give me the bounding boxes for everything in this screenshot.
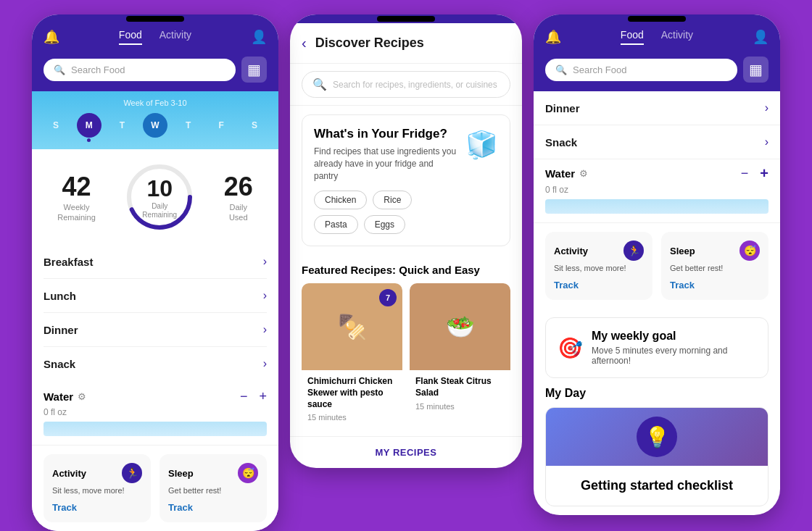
activity-tab-1[interactable]: Activity	[160, 29, 191, 45]
barcode-icon-3[interactable]: ▦	[743, 57, 768, 83]
snack-row-3[interactable]: Snack ›	[534, 125, 780, 159]
sleep-card-header-1: Sleep 😴	[168, 463, 258, 483]
pill-eggs-2[interactable]: Eggs	[364, 215, 405, 234]
pill-chicken-2[interactable]: Chicken	[314, 191, 367, 209]
water-minus-btn-3[interactable]: −	[741, 166, 749, 181]
day-tue-1[interactable]: T	[109, 113, 134, 138]
checklist-card-3[interactable]: 💡 Getting started checklist	[545, 407, 768, 506]
used-number-1: 26	[224, 172, 253, 202]
day-mon-1[interactable]: M	[77, 113, 102, 138]
recipe-search-icon-2: 🔍	[312, 78, 327, 91]
pill-pasta-2[interactable]: Pasta	[314, 215, 358, 234]
lunch-label-1: Lunch	[44, 290, 76, 302]
activity-track-btn-1[interactable]: Track	[52, 502, 77, 513]
recipe-card-flank-2[interactable]: 🥗 Flank Steak Citrus Salad 15 minutes	[410, 283, 510, 427]
day-fri-1[interactable]: F	[209, 113, 233, 138]
checklist-body-3: Getting started checklist	[546, 466, 768, 506]
activity-card-header-1: Activity 🏃	[52, 463, 142, 483]
search-bar-3: 🔍 Search Food ▦	[534, 51, 780, 91]
search-icon-3: 🔍	[555, 64, 567, 75]
sleep-card-title-3: Sleep	[670, 246, 695, 256]
water-minus-btn-1[interactable]: −	[240, 389, 248, 404]
phone-1: 🔔 Food Activity 👤 🔍 Search Food ▦ Week o…	[32, 14, 278, 531]
fridge-card-2[interactable]: What's in Your Fridge? Find recipes that…	[302, 114, 510, 246]
water-gear-icon-1[interactable]: ⚙	[78, 391, 86, 402]
person-icon-3[interactable]: 👤	[753, 29, 768, 45]
phone-notch-2	[290, 14, 522, 23]
activity-icon-circle-3: 🏃	[624, 241, 644, 261]
cards-row-3: Activity 🏃 Sit less, move more! Track Sl…	[534, 223, 780, 309]
activity-track-btn-3[interactable]: Track	[554, 280, 579, 290]
recipe-time-2-2: 15 minutes	[415, 402, 505, 411]
weekly-number-1: 42	[57, 172, 96, 202]
daily-label-1: DailyRemaining	[142, 202, 177, 219]
snack-label-3: Snack	[545, 136, 577, 149]
sleep-card-subtitle-1: Get better rest!	[168, 486, 258, 495]
my-recipes-btn-2[interactable]: MY RECIPES	[290, 436, 522, 468]
phone-2: ‹ Discover Recipes 🔍 Search for recipes,…	[290, 14, 522, 468]
person-icon-1[interactable]: 👤	[251, 29, 267, 45]
bell-icon-1[interactable]: 🔔	[44, 29, 59, 45]
ingredient-pills-2: Chicken Rice Pasta Eggs	[314, 191, 457, 234]
notch-bar-2	[377, 16, 435, 22]
weekly-stat-1: 42 WeeklyRemaining	[57, 172, 96, 223]
featured-section-2: Featured Recipes: Quick and Easy 🍢 7 Chi…	[290, 255, 522, 436]
day-thu-1[interactable]: T	[176, 113, 201, 138]
water-wave-1	[44, 422, 267, 436]
recipe-cards-2: 🍢 7 Chimichurri Chicken Skewer with pest…	[302, 283, 510, 427]
daily-number-1: 10	[142, 175, 177, 202]
dinner-row-3[interactable]: Dinner ›	[534, 91, 780, 125]
goal-title-3: My weekly goal	[592, 330, 756, 343]
search-placeholder-1: Search Food	[71, 64, 125, 75]
water-plus-btn-3[interactable]: +	[760, 165, 768, 182]
featured-title-2: Featured Recipes: Quick and Easy	[302, 264, 510, 276]
water-plus-btn-1[interactable]: +	[259, 389, 267, 404]
breakfast-row-1[interactable]: Breakfast ›	[44, 245, 267, 279]
recipe-card-chimichurri-2[interactable]: 🍢 7 Chimichurri Chicken Skewer with pest…	[302, 283, 402, 427]
water-name-3: Water	[545, 167, 575, 180]
water-right-header-3: Water ⚙ − +	[545, 165, 768, 182]
water-gear-icon-3[interactable]: ⚙	[579, 168, 588, 179]
day-sat-1[interactable]: S	[242, 113, 267, 138]
food-tab-1[interactable]: Food	[119, 29, 142, 45]
food-tab-3[interactable]: Food	[621, 29, 644, 45]
nav-tabs-3: Food Activity	[621, 29, 693, 45]
pill-rice-2[interactable]: Rice	[373, 191, 412, 209]
search-placeholder-3: Search Food	[573, 64, 626, 75]
day-wed-1[interactable]: W	[143, 113, 167, 138]
dinner-label-1: Dinner	[44, 324, 78, 336]
dinner-row-1[interactable]: Dinner ›	[44, 313, 267, 347]
top-nav-1: 🔔 Food Activity 👤	[32, 23, 278, 51]
snack-row-1[interactable]: Snack ›	[44, 347, 267, 380]
activity-card-title-3: Activity	[554, 246, 588, 256]
recipe-name-1-2: Chimichurri Chicken Skewer with pesto sa…	[307, 376, 397, 410]
search-input-3[interactable]: 🔍 Search Food	[545, 59, 737, 81]
activity-card-1: Activity 🏃 Sit less, move more! Track	[44, 454, 151, 522]
my-day-section-3: My Day 💡 Getting started checklist	[534, 387, 780, 515]
bell-icon-3[interactable]: 🔔	[545, 29, 561, 45]
barcode-icon-1[interactable]: ▦	[241, 57, 267, 83]
sleep-track-btn-1[interactable]: Track	[168, 502, 193, 513]
dinner-label-3: Dinner	[545, 102, 580, 114]
screens-container: 🔔 Food Activity 👤 🔍 Search Food ▦ Week o…	[32, 14, 780, 531]
water-wave-3	[545, 199, 768, 214]
day-sun-1[interactable]: S	[44, 113, 68, 138]
top-nav-3: 🔔 Food Activity 👤	[534, 23, 780, 51]
search-input-1[interactable]: 🔍 Search Food	[44, 59, 236, 81]
weekly-goal-card-3[interactable]: 🎯 My weekly goal Move 5 minutes every mo…	[545, 317, 768, 378]
sleep-track-btn-3[interactable]: Track	[670, 280, 695, 290]
lunch-chevron-1: ›	[263, 289, 267, 302]
checklist-img-3: 💡	[546, 408, 768, 466]
notch-bar-1	[126, 16, 184, 22]
weekly-label-1: WeeklyRemaining	[57, 202, 96, 223]
back-btn-2[interactable]: ‹	[302, 35, 307, 51]
recipe-search-bar-2[interactable]: 🔍 Search for recipes, ingredients, or cu…	[302, 71, 510, 98]
day-circles-1: S M T W T F S	[44, 113, 267, 138]
used-stat-1: 26 DailyUsed	[224, 172, 253, 223]
donut-center-1: 10 DailyRemaining	[142, 175, 177, 219]
lunch-row-1[interactable]: Lunch ›	[44, 279, 267, 313]
recipe-title-2: Discover Recipes	[315, 35, 424, 51]
sleep-card-1: Sleep 😴 Get better rest! Track	[160, 454, 267, 522]
activity-tab-3[interactable]: Activity	[661, 29, 693, 45]
goal-description-3: Move 5 minutes every morning and afterno…	[592, 346, 756, 366]
